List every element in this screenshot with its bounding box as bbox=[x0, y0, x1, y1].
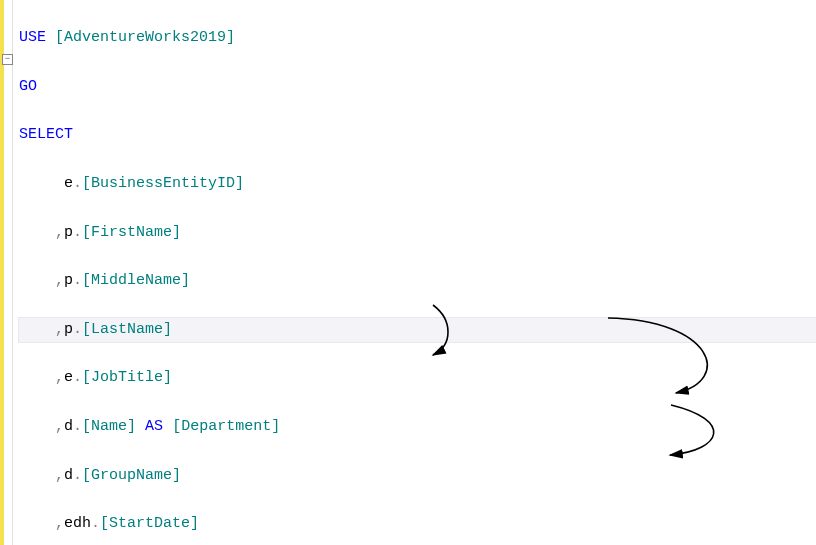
line-col8: ,edh.[StartDate] bbox=[19, 512, 816, 536]
line-col6: ,d.[Name] AS [Department] bbox=[19, 415, 816, 439]
sql-editor[interactable]: − USE [AdventureWorks2019] GO SELECT e.[… bbox=[0, 0, 816, 545]
line-go: GO bbox=[19, 75, 816, 99]
line-col4-current: ,p.[LastName] bbox=[18, 317, 816, 343]
line-col5: ,e.[JobTitle] bbox=[19, 366, 816, 390]
change-indicator bbox=[0, 0, 4, 545]
line-col3: ,p.[MiddleName] bbox=[19, 269, 816, 293]
line-select: SELECT bbox=[19, 123, 816, 147]
gutter: − bbox=[0, 0, 13, 545]
code-area[interactable]: USE [AdventureWorks2019] GO SELECT e.[Bu… bbox=[13, 0, 816, 545]
line-use: USE [AdventureWorks2019] bbox=[19, 26, 816, 50]
collapse-toggle[interactable]: − bbox=[2, 54, 13, 65]
line-col2: ,p.[FirstName] bbox=[19, 221, 816, 245]
line-col7: ,d.[GroupName] bbox=[19, 464, 816, 488]
line-col1: e.[BusinessEntityID] bbox=[19, 172, 816, 196]
